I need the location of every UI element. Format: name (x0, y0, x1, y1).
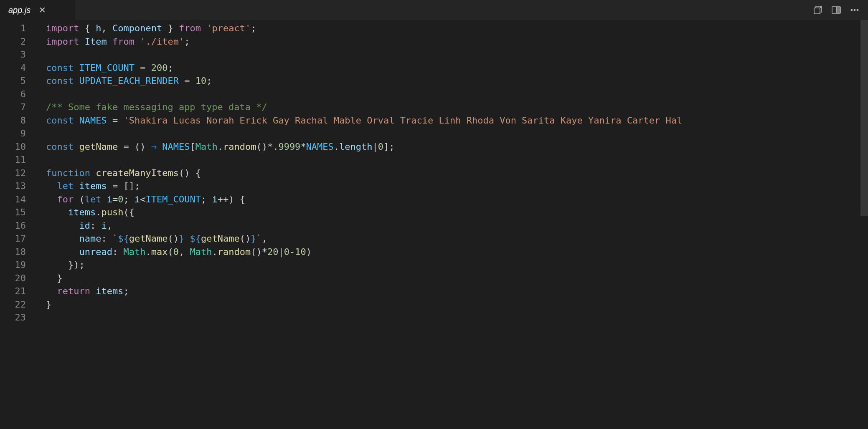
code-line[interactable]: } (46, 272, 868, 285)
more-icon[interactable] (849, 4, 860, 16)
svg-point-5 (851, 9, 853, 11)
line-number: 3 (0, 48, 26, 61)
code-line[interactable]: import Item from './item'; (46, 35, 868, 48)
line-number: 18 (0, 245, 26, 259)
code-line[interactable]: const UPDATE_EACH_RENDER = 10; (46, 74, 868, 88)
code-content[interactable]: import { h, Component } from 'preact';im… (38, 20, 868, 429)
code-line[interactable]: let items = []; (46, 179, 868, 193)
code-line[interactable] (46, 311, 868, 324)
line-number: 10 (0, 140, 26, 154)
line-number: 1 (0, 22, 26, 35)
line-number: 8 (0, 114, 26, 127)
code-line[interactable]: unread: Math.max(0, Math.random()*20|0-1… (46, 245, 868, 259)
code-line[interactable]: import { h, Component } from 'preact'; (46, 22, 868, 35)
code-line[interactable] (46, 127, 868, 140)
code-line[interactable]: id: i, (46, 219, 868, 232)
line-number: 12 (0, 167, 26, 180)
line-number: 9 (0, 127, 26, 140)
line-number: 22 (0, 298, 26, 311)
tab-actions (812, 0, 868, 20)
code-line[interactable]: name: `${getName()} ${getName()}`, (46, 232, 868, 245)
code-line[interactable]: items.push({ (46, 206, 868, 219)
line-number: 17 (0, 232, 26, 245)
code-line[interactable]: const NAMES = 'Shakira Lucas Norah Erick… (46, 114, 868, 127)
line-number: 4 (0, 61, 26, 75)
svg-point-6 (854, 9, 855, 11)
code-line[interactable] (46, 153, 868, 167)
code-line[interactable]: const ITEM_COUNT = 200; (46, 61, 868, 75)
tab-filename: app.js (8, 5, 30, 15)
tab-active[interactable]: app.js ✕ (0, 0, 75, 20)
svg-rect-4 (836, 7, 840, 13)
code-line[interactable] (46, 88, 868, 101)
code-line[interactable]: for (let i=0; i<ITEM_COUNT; i++) { (46, 193, 868, 206)
line-number: 11 (0, 153, 26, 167)
svg-rect-0 (814, 8, 820, 14)
editor-window: app.js ✕ (0, 0, 868, 429)
scrollbar-thumb[interactable] (860, 20, 868, 216)
split-editor-icon[interactable] (830, 4, 842, 16)
tab-bar: app.js ✕ (0, 0, 868, 20)
line-number: 5 (0, 74, 26, 88)
line-number: 21 (0, 285, 26, 298)
overview-ruler[interactable] (860, 20, 868, 429)
line-number: 7 (0, 101, 26, 114)
line-number-gutter: 1234567891011121314151617181920212223 (0, 20, 38, 429)
line-number: 20 (0, 272, 26, 285)
code-line[interactable] (46, 48, 868, 61)
line-number: 14 (0, 193, 26, 206)
code-line[interactable]: function createManyItems() { (46, 167, 868, 180)
code-line[interactable]: return items; (46, 285, 868, 298)
line-number: 2 (0, 35, 26, 48)
line-number: 15 (0, 206, 26, 219)
code-line[interactable]: }); (46, 258, 868, 272)
compare-changes-icon[interactable] (812, 4, 824, 16)
line-number: 16 (0, 219, 26, 232)
svg-point-1 (820, 6, 822, 8)
close-icon[interactable]: ✕ (39, 6, 46, 14)
code-line[interactable]: } (46, 298, 868, 311)
code-line[interactable]: /** Some fake messaging app type data */ (46, 101, 868, 114)
line-number: 23 (0, 311, 26, 324)
line-number: 6 (0, 88, 26, 101)
line-number: 13 (0, 179, 26, 193)
code-line[interactable]: const getName = () ⇒ NAMES[Math.random()… (46, 140, 868, 154)
code-editor[interactable]: 1234567891011121314151617181920212223 im… (0, 20, 868, 429)
svg-point-7 (857, 9, 858, 11)
line-number: 19 (0, 258, 26, 272)
